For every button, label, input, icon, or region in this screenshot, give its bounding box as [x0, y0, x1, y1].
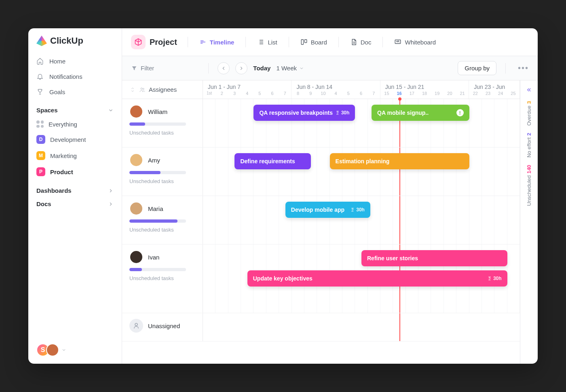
main-content: Project Timeline List Board Doc [122, 28, 538, 364]
user-avatar [46, 344, 59, 356]
space-item-product[interactable]: PProduct [28, 164, 122, 180]
row-lane: Define requirementsEstimation planning [203, 148, 520, 196]
unscheduled-link[interactable]: Unscheduled tasks [129, 178, 195, 184]
task-label: QA mobile signup.. [377, 110, 429, 116]
board-icon [300, 38, 308, 46]
project-icon [131, 35, 146, 49]
nav-notifications[interactable]: Notifications [28, 69, 122, 84]
task-bar[interactable]: Estimation planning [330, 153, 469, 169]
week-column: Jun 1 - Jun 71st234567 [203, 80, 291, 99]
group-by-button[interactable]: Group by [458, 61, 496, 75]
week-label: Jun 1 - Jun 7 [203, 80, 291, 91]
rail-overdue[interactable]: Overdue 3 [526, 101, 532, 126]
day-cell: 24 [494, 91, 507, 96]
task-label: Define requirements [240, 158, 295, 164]
unscheduled-link[interactable]: Unscheduled tasks [129, 130, 195, 136]
sort-icon [129, 86, 136, 93]
row-assignee-cell: Maria Unscheduled tasks [122, 196, 203, 244]
people-icon [139, 86, 146, 93]
assignee[interactable]: Ivan [129, 250, 195, 264]
assignee[interactable]: William [129, 105, 195, 118]
task-bar[interactable]: Develop mobile app30h [285, 202, 370, 218]
right-rail: « Overdue 3 No effort 2 Unscheduled 140 [520, 80, 538, 364]
nav-home[interactable]: Home [28, 53, 122, 69]
assignee-unassigned[interactable]: Unassigned [129, 319, 195, 333]
svg-point-5 [135, 323, 137, 326]
unscheduled-link[interactable]: Unscheduled tasks [129, 227, 195, 233]
week-label: Jun 8 - Jun 14 [291, 80, 380, 91]
day-cell: 2 [215, 91, 228, 96]
row-lane [203, 313, 520, 341]
task-bar[interactable]: Define requirements [234, 153, 310, 169]
next-button[interactable] [235, 62, 247, 74]
sidebar: ClickUp Home Notifications Goals Spaces … [28, 28, 122, 364]
spaces-heading[interactable]: Spaces [28, 99, 122, 117]
assignee-name: Amy [148, 157, 160, 164]
space-everything-label: Everything [49, 121, 77, 128]
filter-button[interactable]: Filter [131, 65, 154, 72]
alert-icon: ! [456, 109, 464, 116]
user-switcher[interactable]: S [28, 344, 122, 356]
day-cell: 6 [266, 91, 279, 96]
view-tab-doc[interactable]: Doc [346, 36, 376, 48]
view-tab-timeline[interactable]: Timeline [195, 36, 239, 48]
unscheduled-link[interactable]: Unscheduled tasks [129, 275, 195, 281]
timeline-row: Maria Unscheduled tasksDevelop mobile ap… [122, 196, 520, 244]
day-cell: 21 [456, 91, 469, 96]
row-assignee-cell: William Unscheduled tasks [122, 99, 203, 147]
task-bar[interactable]: QA responsive breakpoints30h [253, 105, 355, 121]
day-cell: 9 [304, 91, 317, 96]
assignee[interactable]: Maria [129, 202, 195, 215]
task-bar[interactable]: Refine user stories [361, 250, 507, 266]
week-column: Jun 23 - Jun22232425 [469, 80, 520, 99]
nav-notifications-label: Notifications [49, 73, 82, 80]
chevron-down-icon [299, 66, 304, 71]
space-item-development[interactable]: DDevelopment [28, 131, 122, 148]
brand-logo[interactable]: ClickUp [28, 36, 122, 53]
day-cell: 3 [228, 91, 241, 96]
rail-no-effort[interactable]: No effort 2 [526, 133, 532, 158]
view-tab-list[interactable]: List [253, 36, 281, 48]
task-bar[interactable]: Update key objectives30h [247, 270, 507, 287]
today-button[interactable]: Today [253, 65, 270, 72]
view-tab-board[interactable]: Board [296, 36, 331, 48]
space-badge: P [36, 167, 45, 176]
prev-button[interactable] [218, 62, 230, 74]
day-cell: 20 [444, 91, 456, 96]
assignee-name: Maria [148, 205, 163, 212]
rail-unscheduled[interactable]: Unscheduled 140 [526, 165, 532, 206]
timeline-row: William Unscheduled tasksQA responsive b… [122, 99, 520, 148]
nav-dashboards[interactable]: Dashboards [28, 180, 122, 197]
timeline-row: Ivan Unscheduled tasksRefine user storie… [122, 244, 520, 313]
timeline: Assignees Jun 1 - Jun 71st234567Jun 8 - … [122, 80, 520, 364]
more-options-button[interactable]: ••• [518, 63, 529, 73]
task-label: Estimation planning [336, 158, 390, 164]
task-effort: 30h [350, 207, 365, 213]
assignee[interactable]: Amy [129, 153, 195, 167]
nav-goals-label: Goals [49, 89, 65, 95]
svg-rect-1 [304, 40, 306, 43]
task-bar[interactable]: QA mobile signup..! [372, 105, 469, 121]
view-tab-whiteboard[interactable]: Whiteboard [390, 36, 440, 48]
range-select[interactable]: 1 Week [276, 65, 304, 72]
assignees-column-header[interactable]: Assignees [122, 80, 203, 99]
space-item-marketing[interactable]: MMarketing [28, 148, 122, 164]
task-label: Refine user stories [367, 255, 418, 261]
nav-docs[interactable]: Docs [28, 197, 122, 211]
space-badge: D [36, 135, 45, 144]
chevron-left-icon [221, 65, 226, 71]
space-everything[interactable]: Everything [28, 117, 122, 131]
day-cell: 25 [507, 91, 520, 96]
collapse-rail-button[interactable]: « [527, 85, 531, 94]
task-label: QA responsive breakpoints [259, 110, 333, 116]
topbar: Project Timeline List Board Doc [122, 28, 538, 56]
home-icon [36, 57, 44, 65]
nav-goals[interactable]: Goals [28, 84, 122, 99]
doc-icon [350, 38, 357, 46]
bell-icon [36, 73, 44, 80]
row-assignee-cell: Ivan Unscheduled tasks [122, 244, 203, 313]
day-cell: 5 [342, 91, 355, 96]
unassigned-label: Unassigned [148, 322, 180, 329]
row-lane: QA responsive breakpoints30hQA mobile si… [203, 99, 520, 147]
timeline-row: Amy Unscheduled tasksDefine requirements… [122, 148, 520, 196]
